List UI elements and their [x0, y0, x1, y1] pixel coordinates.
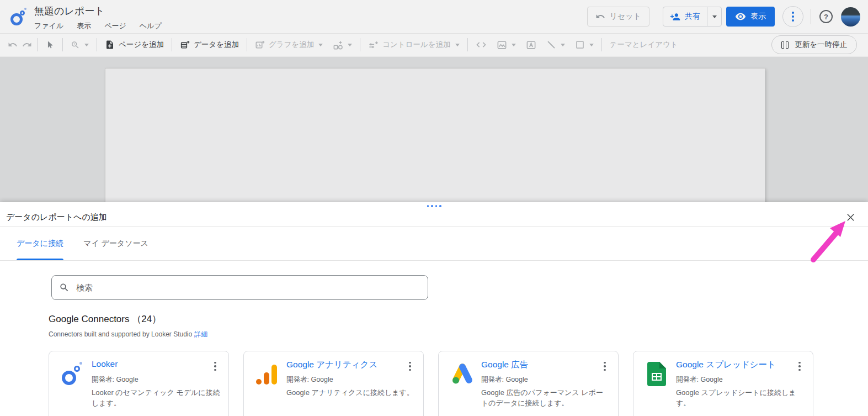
toolbar-divider [467, 38, 468, 51]
undo-button[interactable] [6, 40, 20, 50]
section-subtext: Connectors built and supported by Looker… [49, 330, 207, 339]
connector-developer: 開発者: Google [676, 375, 723, 385]
embed-code-icon [476, 39, 487, 50]
chevron-down-icon [712, 15, 717, 18]
connector-name: Google 広告 [481, 359, 528, 371]
share-button[interactable]: 共有 [663, 7, 707, 26]
help-icon: ? [824, 13, 828, 21]
toolbar-divider [247, 38, 247, 51]
cursor-icon [45, 40, 55, 50]
search-icon [59, 282, 70, 293]
add-data-icon [180, 40, 190, 50]
pause-updates-label: 更新を一時停止 [795, 40, 847, 50]
image-icon [497, 40, 507, 50]
toolbar: ページを追加 データを追加 グラフを追加 コントロールを追加 [0, 33, 868, 56]
connector-card-google-analytics[interactable]: Google アナリティクス 開発者: Google Google アナリティク… [243, 351, 424, 416]
search-input[interactable] [76, 283, 420, 292]
card-more-options-button[interactable] [209, 360, 221, 373]
google-ads-logo-icon [450, 362, 475, 386]
search-box [51, 275, 428, 300]
connector-developer: 開発者: Google [481, 375, 528, 385]
connector-description: Google アナリティクスに接続します。 [286, 388, 416, 398]
zoom-tool-button[interactable] [66, 40, 94, 50]
google-analytics-logo-icon [255, 362, 280, 386]
more-dot [792, 12, 794, 14]
select-tool-button[interactable] [40, 40, 60, 50]
topbar: 無題のレポート ファイル 表示 ページ ヘルプ リセット 共有 [0, 0, 868, 33]
add-chart-button[interactable]: グラフを追加 [250, 40, 328, 50]
tab-my-data-sources[interactable]: マイ データソース [83, 227, 148, 260]
chevron-down-icon [348, 44, 352, 46]
menubar: ファイル 表示 ページ ヘルプ [34, 21, 162, 31]
add-page-icon [105, 40, 115, 50]
community-visualizations-button[interactable] [328, 40, 357, 50]
insert-text-button[interactable] [521, 40, 541, 50]
details-link[interactable]: 詳細 [194, 330, 207, 338]
report-canvas [0, 57, 868, 202]
add-data-panel: データのレポートへの追加 データに接続 マイ データソース Google Con… [0, 202, 868, 416]
card-more-options-button[interactable] [599, 360, 611, 373]
menu-view[interactable]: 表示 [77, 21, 91, 31]
text-box-icon [526, 40, 536, 50]
looker-studio-logo-icon[interactable] [9, 7, 29, 27]
report-title[interactable]: 無題のレポート [34, 4, 162, 18]
view-label: 表示 [750, 12, 766, 22]
menu-page[interactable]: ページ [104, 21, 126, 31]
connector-card-google-ads[interactable]: Google 広告 開発者: Google Google 広告のパフォーマンス … [438, 351, 619, 416]
connector-card-google-sheets[interactable]: Google スプレッドシート 開発者: Google Google スプレッド… [633, 351, 813, 416]
looker-studio-app: 無題のレポート ファイル 表示 ページ ヘルプ リセット 共有 [0, 0, 868, 416]
add-data-button[interactable]: データを追加 [175, 40, 244, 50]
chevron-down-icon [512, 44, 516, 46]
connector-name: Google アナリティクス [286, 359, 377, 371]
share-dropdown-button[interactable] [707, 7, 721, 26]
panel-tabs: データに接続 マイ データソース [0, 227, 868, 261]
add-page-label: ページを追加 [119, 40, 164, 50]
toolbar-divider [360, 38, 360, 51]
tab-label: データに接続 [17, 239, 63, 249]
menu-help[interactable]: ヘルプ [140, 21, 162, 31]
connector-description: Looker のセマンティック モデルに接続します。 [92, 388, 221, 409]
add-control-button[interactable]: コントロールを追加 [363, 40, 464, 50]
tab-connect-to-data[interactable]: データに接続 [17, 227, 63, 260]
close-icon [846, 213, 855, 222]
connector-description: Google 広告のパフォーマンス レポートのデータに接続します。 [481, 388, 610, 409]
reset-button[interactable]: リセット [587, 7, 649, 27]
close-button[interactable] [842, 209, 859, 225]
insert-line-button[interactable] [541, 40, 570, 50]
card-more-options-button[interactable] [404, 360, 416, 373]
logo-dot [24, 8, 26, 10]
looker-logo-icon [61, 362, 85, 386]
toolbar-divider [97, 38, 97, 51]
title-block: 無題のレポート ファイル 表示 ページ ヘルプ [34, 4, 162, 31]
help-button[interactable]: ? [819, 10, 833, 23]
insert-shape-button[interactable] [570, 40, 599, 50]
avatar[interactable] [841, 7, 860, 27]
redo-button[interactable] [20, 40, 34, 50]
pause-updates-button[interactable]: 更新を一時停止 [771, 35, 857, 54]
connector-card-looker[interactable]: Looker 開発者: Google Looker のセマンティック モデルに接… [49, 351, 229, 416]
section-subtext-text: Connectors built and supported by Looker… [49, 330, 192, 338]
theme-layout-button[interactable]: テーマとレイアウト [605, 40, 683, 50]
more-dot [792, 19, 794, 22]
chevron-down-icon [318, 44, 323, 46]
share-button-group: 共有 [663, 7, 722, 27]
view-button[interactable]: 表示 [726, 7, 775, 27]
connector-developer: 開発者: Google [286, 375, 333, 385]
add-data-label: データを追加 [194, 40, 239, 50]
panel-body: Google Connectors （24） Connectors built … [0, 261, 868, 415]
embed-url-button[interactable] [471, 39, 492, 50]
toolbar-divider [601, 38, 602, 51]
toolbar-divider [62, 38, 63, 51]
add-page-button[interactable]: ページを追加 [100, 40, 169, 50]
section-heading: Google Connectors （24） [49, 313, 161, 325]
card-more-options-button[interactable] [794, 360, 806, 373]
connector-developer: 開発者: Google [92, 375, 139, 385]
more-options-button[interactable] [782, 6, 803, 27]
panel-title: データのレポートへの追加 [6, 212, 107, 223]
menu-file[interactable]: ファイル [34, 21, 63, 31]
logo-ring-small [20, 10, 25, 15]
theme-layout-label: テーマとレイアウト [610, 40, 678, 50]
chevron-down-icon [84, 44, 89, 46]
section-count: （24） [132, 314, 161, 324]
insert-image-button[interactable] [492, 40, 521, 50]
